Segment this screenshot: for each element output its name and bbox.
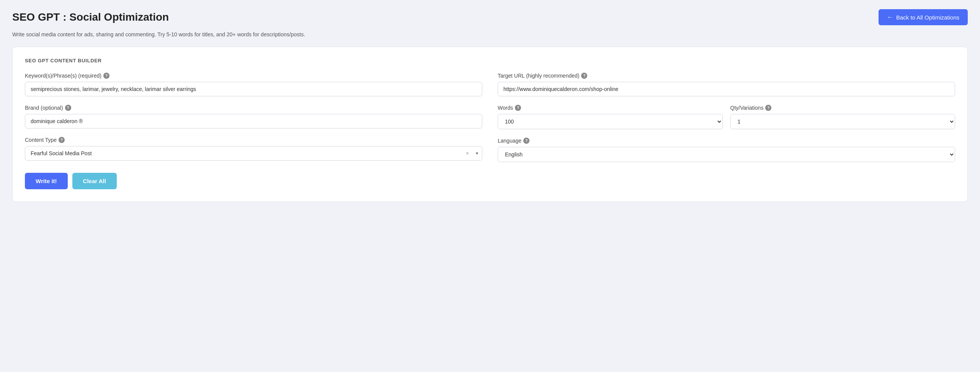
words-select[interactable]: 50 100 150 200 250 bbox=[498, 114, 723, 129]
words-label: Words ? bbox=[498, 105, 723, 111]
page-title: SEO GPT : Social Optimization bbox=[12, 11, 169, 23]
page-subtitle: Write social media content for ads, shar… bbox=[12, 31, 968, 37]
right-column: Target URL (highly recommended) ? Words … bbox=[498, 73, 955, 162]
keywords-input[interactable] bbox=[25, 82, 482, 96]
write-button[interactable]: Write it! bbox=[25, 173, 68, 189]
content-type-help-icon[interactable]: ? bbox=[59, 137, 65, 143]
qty-select[interactable]: 1 2 3 4 5 bbox=[730, 114, 956, 129]
content-type-dropdown-button[interactable]: ▾ bbox=[472, 151, 482, 156]
qty-help-icon[interactable]: ? bbox=[765, 105, 771, 111]
content-type-control: Fearful Social Media Post × ▾ bbox=[25, 146, 482, 161]
brand-group: Brand (optional) ? bbox=[25, 105, 482, 128]
back-button[interactable]: ← Back to All Optimizations bbox=[879, 9, 968, 25]
content-card: SEO GPT CONTENT BUILDER Keyword(s)/Phras… bbox=[12, 47, 968, 202]
words-help-icon[interactable]: ? bbox=[515, 105, 521, 111]
language-group: Language ? English Spanish French German… bbox=[498, 138, 955, 162]
brand-input[interactable] bbox=[25, 114, 482, 128]
keywords-group: Keyword(s)/Phrase(s) (required) ? bbox=[25, 73, 482, 96]
language-help-icon[interactable]: ? bbox=[523, 138, 529, 144]
target-url-input[interactable] bbox=[498, 82, 955, 96]
content-type-clear-button[interactable]: × bbox=[463, 150, 472, 156]
keywords-help-icon[interactable]: ? bbox=[103, 73, 109, 79]
clear-button[interactable]: Clear All bbox=[72, 173, 117, 189]
card-section-title: SEO GPT CONTENT BUILDER bbox=[25, 58, 955, 63]
brand-help-icon[interactable]: ? bbox=[65, 105, 71, 111]
language-label: Language ? bbox=[498, 138, 955, 144]
language-select[interactable]: English Spanish French German Italian Po… bbox=[498, 147, 955, 162]
content-type-value: Fearful Social Media Post bbox=[25, 146, 463, 160]
qty-group: Qty/Variations ? 1 2 3 4 5 bbox=[730, 105, 956, 129]
target-url-help-icon[interactable]: ? bbox=[581, 73, 587, 79]
words-group: Words ? 50 100 150 200 250 bbox=[498, 105, 723, 129]
content-type-label: Content Type ? bbox=[25, 137, 482, 143]
back-button-label: Back to All Optimizations bbox=[896, 14, 959, 21]
words-qty-row: Words ? 50 100 150 200 250 Qty/Variation… bbox=[498, 105, 955, 129]
left-column: Keyword(s)/Phrase(s) (required) ? Brand … bbox=[25, 73, 482, 162]
target-url-label: Target URL (highly recommended) ? bbox=[498, 73, 955, 79]
content-type-group: Content Type ? Fearful Social Media Post… bbox=[25, 137, 482, 161]
brand-label: Brand (optional) ? bbox=[25, 105, 482, 111]
keywords-label: Keyword(s)/Phrase(s) (required) ? bbox=[25, 73, 482, 79]
back-arrow-icon: ← bbox=[887, 14, 893, 21]
action-row: Write it! Clear All bbox=[25, 173, 955, 189]
qty-label: Qty/Variations ? bbox=[730, 105, 956, 111]
target-url-group: Target URL (highly recommended) ? bbox=[498, 73, 955, 96]
